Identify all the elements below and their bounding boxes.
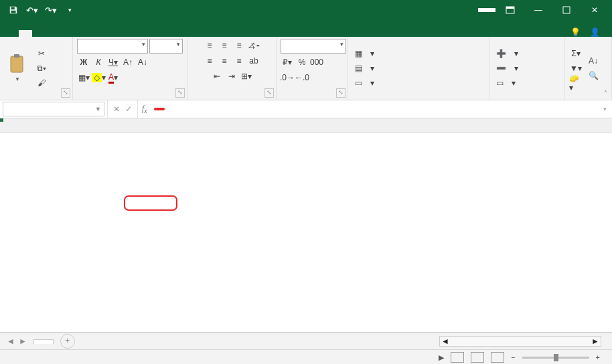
excel-window: ↶▾ ↷▾ ▾ — ✕ 💡 👤 [0, 0, 612, 364]
ribbon-display-icon[interactable] [497, 0, 524, 20]
group-font: Ж К Ч▾ A↑ A↓ ▦▾ ◇▾ А▾ ⤡ [73, 37, 187, 100]
zoom-slider[interactable] [522, 357, 589, 359]
undo-icon[interactable]: ↶▾ [24, 2, 40, 18]
underline-button[interactable]: Ч▾ [106, 56, 120, 69]
group-label-editing [569, 97, 607, 98]
autosum-icon[interactable]: Σ▾ [569, 47, 583, 60]
cell-styles-button[interactable]: ▭▾ [352, 76, 377, 90]
tab-data[interactable] [72, 30, 86, 37]
sheet-tab[interactable] [33, 339, 54, 344]
format-as-table-button[interactable]: ▤▾ [352, 62, 377, 75]
decrease-decimal-icon[interactable]: ←.0 [295, 71, 309, 84]
font-name-combo[interactable] [77, 39, 148, 54]
maximize-icon[interactable] [553, 0, 580, 20]
font-launcher-icon[interactable]: ⤡ [175, 88, 185, 98]
italic-button[interactable]: К [92, 56, 105, 69]
login-button[interactable] [478, 8, 495, 12]
tab-formulas[interactable] [59, 30, 72, 37]
ribbon: ▼ ✂ ⧉▾ 🖌 ⤡ Ж К Ч▾ [0, 37, 612, 100]
group-styles: ▦▾ ▤▾ ▭▾ [348, 37, 489, 100]
tab-insert[interactable] [32, 30, 46, 37]
comma-style-icon[interactable]: 000 [310, 56, 323, 69]
indent-increase-icon[interactable]: ⇥ [225, 70, 238, 83]
fill-icon[interactable]: ▼▾ [569, 62, 583, 75]
tab-home[interactable] [19, 30, 32, 37]
clipboard-launcher-icon[interactable]: ⤡ [61, 88, 70, 98]
sheet-nav-next-icon[interactable]: ► [19, 337, 27, 346]
zoom-in-icon[interactable]: + [596, 353, 600, 361]
normal-view-icon[interactable] [451, 352, 464, 363]
tab-developer[interactable] [112, 30, 126, 37]
chevron-down-icon: ▼ [95, 106, 101, 112]
font-grow-icon[interactable]: A↑ [121, 56, 135, 69]
align-right-icon[interactable]: ≡ [232, 54, 246, 68]
formula-input[interactable] [151, 100, 598, 118]
cut-icon[interactable]: ✂ [35, 47, 48, 60]
share-button[interactable]: 👤 [590, 27, 603, 37]
tab-page-layout[interactable] [46, 30, 59, 37]
copy-icon[interactable]: ⧉▾ [35, 62, 48, 75]
zoom-out-icon[interactable]: − [511, 353, 515, 361]
tab-view[interactable] [99, 30, 112, 37]
spreadsheet-grid[interactable] [0, 118, 612, 333]
page-break-view-icon[interactable] [491, 352, 504, 363]
font-shrink-icon[interactable]: A↓ [136, 56, 149, 69]
sort-filter-icon[interactable]: A↓ [587, 54, 600, 68]
cf-icon: ▦ [355, 48, 362, 60]
number-format-combo[interactable] [281, 39, 346, 54]
font-size-combo[interactable] [149, 39, 183, 54]
table-icon: ▤ [355, 62, 362, 74]
clear-icon[interactable]: 🧽▾ [569, 76, 583, 90]
cancel-formula-icon[interactable]: ✕ [113, 104, 120, 114]
select-all-corner[interactable] [0, 118, 18, 132]
group-label-number [281, 97, 343, 98]
orientation-icon[interactable]: ⦨▾ [247, 39, 260, 52]
formula-bar: ▼ ✕ ✓ fx ▾ [0, 100, 612, 118]
fx-icon[interactable]: fx [138, 104, 151, 114]
currency-icon[interactable]: ₽▾ [281, 56, 294, 69]
align-center-icon[interactable]: ≡ [218, 54, 231, 68]
format-painter-icon[interactable]: 🖌 [35, 76, 48, 90]
svg-rect-0 [11, 7, 15, 10]
number-launcher-icon[interactable]: ⤡ [336, 88, 346, 98]
indent-decrease-icon[interactable]: ⇤ [210, 70, 224, 83]
paste-button[interactable]: ▼ [4, 52, 31, 84]
collapse-ribbon-icon[interactable]: ˄ [604, 90, 607, 97]
conditional-formatting-button[interactable]: ▦▾ [352, 47, 377, 60]
page-layout-view-icon[interactable] [471, 352, 484, 363]
align-top-icon[interactable]: ≡ [203, 39, 216, 52]
sheet-nav-prev-icon[interactable]: ◄ [7, 337, 15, 346]
delete-cells-button[interactable]: ➖▾ [493, 62, 521, 75]
redo-icon[interactable]: ↷▾ [43, 2, 59, 18]
expand-formula-bar-icon[interactable]: ▾ [598, 106, 612, 112]
minimize-icon[interactable]: — [525, 0, 552, 20]
merge-cells-icon[interactable]: ⊞▾ [240, 70, 253, 83]
horizontal-scrollbar[interactable]: ◄► [439, 336, 601, 347]
tab-help[interactable] [126, 30, 139, 37]
align-left-icon[interactable]: ≡ [203, 54, 216, 68]
find-select-icon[interactable]: 🔍 [587, 69, 600, 82]
save-icon[interactable] [5, 2, 21, 18]
new-sheet-button[interactable]: + [60, 334, 75, 349]
tab-file[interactable] [0, 30, 19, 37]
tell-me[interactable]: 💡 [570, 27, 583, 37]
fill-color-icon[interactable]: ◇▾ [92, 71, 105, 84]
font-color-icon[interactable]: А▾ [106, 71, 120, 84]
align-middle-icon[interactable]: ≡ [218, 39, 231, 52]
alignment-launcher-icon[interactable]: ⤡ [264, 88, 274, 98]
wrap-text-icon[interactable]: ab [247, 54, 260, 68]
align-bottom-icon[interactable]: ≡ [232, 39, 246, 52]
column-headers[interactable] [17, 118, 612, 132]
bold-button[interactable]: Ж [77, 56, 90, 69]
increase-decimal-icon[interactable]: .0→ [281, 71, 294, 84]
name-box[interactable]: ▼ [3, 102, 104, 116]
enter-formula-icon[interactable]: ✓ [125, 104, 132, 114]
macro-record-icon[interactable]: ▶ [439, 353, 444, 362]
percent-icon[interactable]: % [295, 56, 309, 69]
borders-icon[interactable]: ▦▾ [77, 71, 90, 84]
format-cells-button[interactable]: ▭▾ [493, 76, 521, 90]
qat-dropdown-icon[interactable]: ▾ [62, 2, 78, 18]
close-icon[interactable]: ✕ [581, 0, 608, 20]
tab-review[interactable] [86, 30, 99, 37]
insert-cells-button[interactable]: ➕▾ [493, 47, 521, 60]
